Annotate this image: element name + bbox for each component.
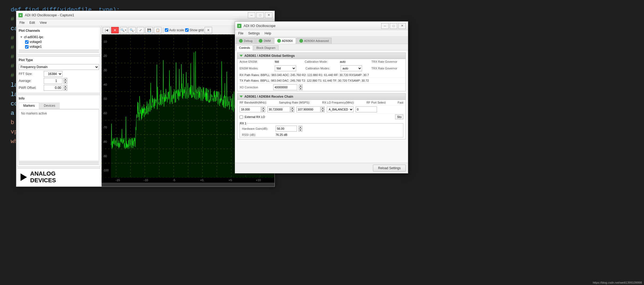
rf-bw-input[interactable] bbox=[240, 106, 261, 112]
channel-voltage0[interactable]: voltage0 bbox=[24, 39, 99, 44]
rf-bw-up[interactable]: ▲ bbox=[261, 106, 265, 109]
settings-menu-help[interactable]: Help bbox=[263, 31, 273, 36]
close-button[interactable]: ✕ bbox=[265, 12, 272, 18]
tab-debug[interactable]: Debug bbox=[236, 38, 255, 44]
auto-scale-checkbox[interactable] bbox=[165, 28, 168, 32]
tab-ad936x[interactable]: AD936X bbox=[274, 38, 296, 44]
close-chart-button[interactable]: ✕ bbox=[205, 27, 212, 33]
external-rx-row: External RX LO Sto bbox=[237, 114, 406, 120]
hw-gain-up[interactable]: ▲ bbox=[299, 126, 302, 129]
chart-horizontal-scrollbar[interactable] bbox=[102, 183, 275, 187]
tab-ad936x-advanced[interactable]: AD936X Advanced bbox=[296, 38, 332, 44]
settings-close[interactable]: ✕ bbox=[398, 23, 406, 29]
hw-gain-down[interactable]: ▼ bbox=[299, 129, 302, 132]
settings-maximize[interactable]: □ bbox=[390, 23, 397, 29]
tab-markers[interactable]: Markers bbox=[19, 102, 39, 109]
fft-select[interactable]: 16384 bbox=[44, 71, 62, 77]
tab-dmm[interactable]: DMM bbox=[256, 38, 273, 44]
zoom-fit-button[interactable]: ⤢ bbox=[137, 27, 144, 33]
menu-edit[interactable]: Edit bbox=[27, 20, 37, 25]
xo-input[interactable] bbox=[273, 84, 297, 90]
voltage0-checkbox[interactable] bbox=[25, 40, 29, 44]
device-tree-item[interactable]: ▼ cf-ad9361-lpc bbox=[19, 35, 99, 39]
pwr-down[interactable]: ▼ bbox=[63, 88, 67, 91]
sampling-down[interactable]: ▼ bbox=[291, 109, 294, 112]
info-scrollbar[interactable] bbox=[19, 162, 99, 165]
copy-button[interactable]: 📋 bbox=[154, 27, 161, 33]
settings-menu-settings[interactable]: Settings bbox=[246, 31, 262, 36]
channels-scrollbar[interactable] bbox=[19, 50, 99, 53]
sampling-input[interactable] bbox=[267, 106, 290, 112]
sampling-spinner[interactable]: ▲ ▼ bbox=[291, 106, 294, 112]
stop-button-rx[interactable]: Sto bbox=[395, 114, 403, 119]
hw-gain-spinner[interactable]: ▲ ▼ bbox=[299, 126, 302, 132]
info-tabs: Markers Devices bbox=[19, 102, 99, 109]
dmm-tab-icon bbox=[259, 39, 263, 43]
settings-menu-file[interactable]: File bbox=[236, 31, 245, 36]
channel-voltage1[interactable]: voltage1 bbox=[24, 44, 99, 49]
avg-down[interactable]: ▼ bbox=[63, 81, 67, 84]
sampling-up[interactable]: ▲ bbox=[291, 106, 294, 109]
receive-labels-row: RF Bandwidth(MHz): Sampling Rate (MSPS):… bbox=[237, 100, 406, 105]
reload-settings-button[interactable]: Reload Settings bbox=[373, 165, 406, 172]
calibration-modes-select[interactable]: auto bbox=[341, 65, 362, 71]
lo-freq-input[interactable] bbox=[296, 106, 320, 112]
sub-tab-block-diagram[interactable]: Block Diagram bbox=[253, 45, 279, 50]
lo-down[interactable]: ▼ bbox=[321, 109, 325, 112]
lo-freq-input-group: ▲ ▼ bbox=[296, 106, 325, 112]
lo-freq-label: RX LO Frequency(MHz): bbox=[322, 101, 354, 104]
average-spinner[interactable]: ▲ ▼ bbox=[63, 78, 67, 84]
settings-titlebar: ● ADI IIO Oscilloscope ─ □ ✕ bbox=[235, 22, 408, 30]
debug-tab-label: Debug bbox=[244, 39, 252, 42]
save-button[interactable]: 💾 bbox=[145, 27, 153, 33]
external-rx-checkbox[interactable] bbox=[240, 115, 243, 119]
minimize-button[interactable]: ─ bbox=[248, 12, 255, 18]
pwr-spinner[interactable]: ▲ ▼ bbox=[63, 85, 67, 91]
hw-gain-input[interactable] bbox=[276, 126, 297, 132]
rf-bw-down[interactable]: ▼ bbox=[261, 109, 265, 112]
rf-port-select[interactable]: A_BALANCED bbox=[327, 106, 353, 112]
zoom-in-button[interactable]: 🔍+ bbox=[120, 27, 127, 33]
settings-controls: ─ □ ✕ bbox=[381, 23, 406, 29]
toolbar-sep1 bbox=[163, 27, 163, 33]
show-grid-check[interactable]: Show grid bbox=[185, 28, 204, 32]
rf-bw-spinner[interactable]: ▲ ▼ bbox=[261, 106, 265, 112]
ad936x-tab-label: AD936X bbox=[282, 39, 293, 42]
zoom-out-button[interactable]: 🔍- bbox=[128, 27, 136, 33]
ensm-modes-row: ENSM Modes: fdd Calibration Modes: auto … bbox=[237, 64, 406, 72]
auto-scale-check[interactable]: Auto scale bbox=[165, 28, 184, 32]
ensm-modes-select[interactable]: fdd bbox=[275, 65, 296, 71]
tab-devices[interactable]: Devices bbox=[39, 102, 60, 109]
settings-minimize[interactable]: ─ bbox=[381, 23, 389, 29]
go-to-start-button[interactable]: |◀ bbox=[103, 27, 110, 33]
sub-tab-controls[interactable]: Controls bbox=[236, 45, 253, 50]
logo-triangle-icon bbox=[21, 173, 27, 181]
pwr-input[interactable] bbox=[44, 85, 62, 91]
voltage1-checkbox[interactable] bbox=[25, 45, 29, 49]
pwr-up[interactable]: ▲ bbox=[63, 85, 67, 88]
xo-up[interactable]: ▲ bbox=[299, 84, 303, 87]
global-settings-title: AD9361 / AD9364 Global Settings bbox=[244, 54, 295, 58]
xo-down[interactable]: ▼ bbox=[299, 87, 303, 90]
tx-path-text: TX Path Rates: BBPLL: 983.040 DAC: 245.7… bbox=[240, 79, 369, 82]
receive-chain-title: AD9361 / AD9364 Receive Chain bbox=[244, 95, 293, 98]
rssi-label: RSSI (dB): bbox=[242, 133, 274, 136]
window-controls: ─ □ ✕ bbox=[248, 12, 272, 18]
xo-spinner[interactable]: ▲ ▼ bbox=[299, 84, 303, 90]
rx-path-rates: RX Path Rates: BBPLL: 983.040 ADC: 245.7… bbox=[237, 72, 406, 78]
menu-view[interactable]: View bbox=[38, 20, 49, 25]
settings-menubar: File Settings Help bbox=[235, 30, 408, 37]
fast-input[interactable] bbox=[356, 106, 377, 112]
maximize-button[interactable]: □ bbox=[256, 12, 264, 18]
lo-up[interactable]: ▲ bbox=[321, 106, 325, 109]
stop-button[interactable]: ✕ bbox=[111, 27, 119, 33]
menu-file[interactable]: File bbox=[17, 20, 27, 25]
fast-label: Fast bbox=[398, 101, 403, 104]
plot-type-select[interactable]: Frequency Domain bbox=[19, 64, 99, 70]
show-grid-checkbox[interactable] bbox=[185, 28, 189, 32]
average-input[interactable] bbox=[44, 78, 62, 84]
active-ensm-label: Active ENSM: bbox=[240, 60, 272, 63]
calibration-mode-label: Calibration Mode: bbox=[305, 60, 337, 63]
avg-up[interactable]: ▲ bbox=[63, 78, 67, 81]
lo-spinner[interactable]: ▲ ▼ bbox=[321, 106, 325, 112]
